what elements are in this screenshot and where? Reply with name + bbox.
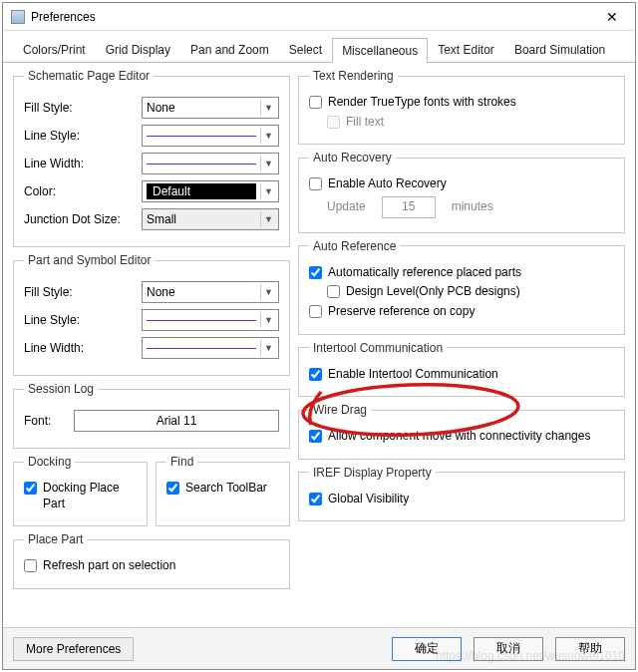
group-intertool-communication: Intertool Communication Enable Intertool… <box>298 341 625 398</box>
label-preserve-reference: Preserve reference on copy <box>328 304 475 320</box>
legend-iref: IREF Display Property <box>309 466 436 480</box>
label-design-level: Design Level(Only PCB designs) <box>346 284 520 300</box>
label-line-style: Line Style: <box>24 129 142 143</box>
chevron-down-icon: ▼ <box>260 183 276 199</box>
chevron-down-icon: ▼ <box>260 340 276 356</box>
chevron-down-icon: ▼ <box>260 100 276 116</box>
label-line-width: Line Width: <box>24 157 142 170</box>
label-enable-auto-recovery: Enable Auto Recovery <box>328 176 447 192</box>
check-render-truetype[interactable] <box>309 96 322 109</box>
label-fill-text: Fill text <box>346 115 384 131</box>
group-auto-reference: Auto Reference Automatically reference p… <box>298 239 625 335</box>
tab-pan-and-zoom[interactable]: Pan and Zoom <box>180 37 279 62</box>
combo-pe-line-width[interactable]: ▼ <box>142 337 279 359</box>
footer: More Preferences 确定 取消 帮助 <box>3 627 635 669</box>
pe-line-style-sample <box>147 320 256 321</box>
label-junction-dot-size: Junction Dot Size: <box>24 212 142 226</box>
legend-intertool: Intertool Communication <box>309 341 447 355</box>
combo-fill-style[interactable]: None ▼ <box>142 97 279 119</box>
label-find-option: Search ToolBar <box>185 481 267 497</box>
combo-line-style[interactable]: ▼ <box>142 125 279 147</box>
label-docking-option: Docking Place Part <box>43 481 137 511</box>
combo-junction-dot-size[interactable]: Small ▼ <box>142 208 279 230</box>
combo-pe-fill-value: None <box>147 285 175 299</box>
group-find: Find Search ToolBar <box>156 455 290 526</box>
label-minutes: minutes <box>452 199 493 215</box>
ok-button[interactable]: 确定 <box>392 637 462 661</box>
combo-pe-fill-style[interactable]: None ▼ <box>142 281 279 303</box>
legend-place-part: Place Part <box>24 532 87 546</box>
tab-text-editor[interactable]: Text Editor <box>428 37 504 62</box>
group-text-rendering: Text Rendering Render TrueType fonts wit… <box>298 69 625 145</box>
check-auto-reference-parts[interactable] <box>309 266 322 279</box>
legend-session-log: Session Log <box>24 382 98 396</box>
chevron-down-icon: ▼ <box>260 284 276 300</box>
legend-auto-reference: Auto Reference <box>309 239 400 253</box>
legend-wire-drag: Wire Drag <box>309 403 371 417</box>
group-place-part: Place Part Refresh part on selection <box>13 532 290 589</box>
check-preserve-reference[interactable] <box>309 305 322 318</box>
line-style-sample <box>147 136 256 137</box>
label-pe-line-width: Line Width: <box>24 341 142 355</box>
combo-color-value: Default <box>147 183 256 199</box>
legend-part-editor: Part and Symbol Editor <box>24 253 155 267</box>
group-wire-drag: Wire Drag Allow component move with conn… <box>298 403 625 460</box>
label-fill-style: Fill Style: <box>24 101 142 115</box>
group-session-log: Session Log Font: Arial 11 <box>13 382 290 449</box>
group-auto-recovery: Auto Recovery Enable Auto Recovery Updat… <box>298 151 625 233</box>
legend-text-rendering: Text Rendering <box>309 69 398 83</box>
tab-miscellaneous[interactable]: Miscellaneous <box>332 38 428 63</box>
check-search-toolbar[interactable] <box>166 482 179 495</box>
label-update: Update <box>327 199 366 215</box>
check-enable-auto-recovery[interactable] <box>309 177 322 190</box>
combo-junction-value: Small <box>147 212 176 226</box>
more-preferences-button[interactable]: More Preferences <box>13 637 134 661</box>
tab-bar: Colors/Print Grid Display Pan and Zoom S… <box>3 31 635 63</box>
chevron-down-icon: ▼ <box>260 156 276 171</box>
check-docking-place-part[interactable] <box>24 482 37 495</box>
pe-line-width-sample <box>147 348 256 349</box>
label-enable-intertool: Enable Intertool Communication <box>328 367 498 383</box>
combo-pe-line-style[interactable]: ▼ <box>142 309 279 331</box>
check-refresh-part[interactable] <box>24 559 37 572</box>
legend-schematic: Schematic Page Editor <box>24 69 154 83</box>
font-display[interactable]: Arial 11 <box>74 410 279 432</box>
help-button[interactable]: 帮助 <box>555 637 625 661</box>
label-font: Font: <box>24 414 74 428</box>
label-pe-line-style: Line Style: <box>24 313 142 327</box>
legend-docking: Docking <box>24 455 75 469</box>
titlebar: Preferences ✕ <box>3 3 635 31</box>
label-global-visibility: Global Visibility <box>328 492 409 507</box>
check-enable-intertool[interactable] <box>309 368 322 381</box>
app-icon <box>11 10 25 24</box>
check-allow-component-move[interactable] <box>309 430 322 443</box>
label-render-truetype: Render TrueType fonts with strokes <box>328 95 516 111</box>
legend-find: Find <box>166 455 197 469</box>
check-global-visibility[interactable] <box>309 493 322 505</box>
combo-fill-style-value: None <box>147 101 175 115</box>
tab-select[interactable]: Select <box>279 37 332 62</box>
group-docking: Docking Docking Place Part <box>13 455 148 526</box>
legend-auto-recovery: Auto Recovery <box>309 151 396 165</box>
chevron-down-icon: ▼ <box>260 312 276 328</box>
label-allow-component-move: Allow component move with connectivity c… <box>328 429 590 445</box>
input-recovery-interval: 15 <box>382 196 436 218</box>
group-iref-display: IREF Display Property Global Visibility <box>298 466 625 522</box>
combo-line-width[interactable]: ▼ <box>142 153 279 174</box>
chevron-down-icon: ▼ <box>260 128 276 144</box>
tab-board-simulation[interactable]: Board Simulation <box>504 37 615 62</box>
label-auto-reference-parts: Automatically reference placed parts <box>328 265 521 281</box>
check-fill-text <box>327 116 340 129</box>
cancel-button[interactable]: 取消 <box>474 637 543 661</box>
tab-grid-display[interactable]: Grid Display <box>96 37 180 62</box>
group-part-symbol-editor: Part and Symbol Editor Fill Style: None … <box>13 253 290 376</box>
label-pe-fill-style: Fill Style: <box>24 285 142 299</box>
combo-color[interactable]: Default ▼ <box>142 180 279 202</box>
tab-colors-print[interactable]: Colors/Print <box>13 37 96 62</box>
close-icon[interactable]: ✕ <box>597 9 627 25</box>
chevron-down-icon: ▼ <box>260 211 276 227</box>
label-refresh-part: Refresh part on selection <box>43 558 175 574</box>
check-design-level[interactable] <box>327 285 340 298</box>
line-width-sample <box>147 164 256 165</box>
window-title: Preferences <box>31 10 597 24</box>
